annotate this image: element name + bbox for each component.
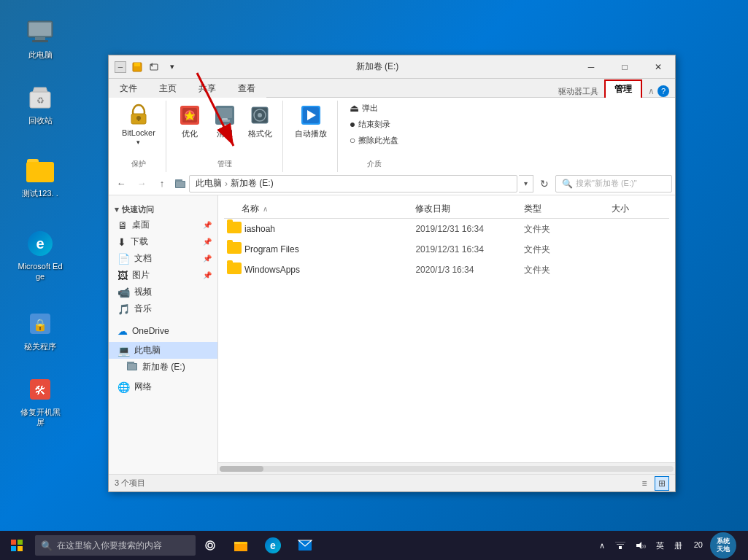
- col-header-name[interactable]: 名称 ∧: [242, 203, 415, 215]
- erase-disc-label: 擦除此光盘: [358, 135, 398, 146]
- erase-disc-btn[interactable]: ○ 擦除此光盘: [345, 133, 403, 147]
- file-date-program-files: 2019/12/31 16:34: [415, 244, 524, 254]
- svg-point-47: [206, 541, 215, 550]
- tab-manage[interactable]: 管理: [604, 79, 642, 98]
- address-dropdown-btn[interactable]: ▾: [519, 175, 533, 192]
- up-btn[interactable]: ↑: [153, 174, 171, 193]
- network-section: 🌐 网络: [109, 378, 217, 395]
- tray-network[interactable]: [611, 531, 630, 560]
- forward-btn[interactable]: →: [132, 174, 151, 193]
- tray-volume[interactable]: )))): [631, 531, 650, 560]
- large-icon-view-btn[interactable]: ⊞: [655, 476, 669, 491]
- desktop-icon-secret-label: 秘关程序: [24, 341, 56, 351]
- svg-rect-43: [11, 540, 16, 545]
- bitlocker-label: BitLocker: [122, 128, 155, 137]
- title-bar-system-btn[interactable]: ─: [115, 61, 126, 73]
- sidebar-item-new-vol[interactable]: 新加卷 (E:): [109, 359, 217, 376]
- task-view-btn[interactable]: [196, 531, 225, 560]
- tab-file[interactable]: 文件: [109, 79, 148, 98]
- minimize-btn[interactable]: ─: [574, 55, 608, 79]
- taskbar-clock[interactable]: 20: [688, 540, 709, 551]
- network-icon-sidebar: 🌐: [117, 381, 130, 393]
- autoplay-btn[interactable]: 自动播放: [290, 101, 331, 142]
- clean-btn[interactable]: 清理: [209, 101, 241, 142]
- pinned-mail[interactable]: [289, 531, 321, 560]
- path-drive-icon: [173, 175, 188, 192]
- sidebar-item-desktop[interactable]: 🖥 桌面 📌: [109, 217, 217, 233]
- file-item-iashoah[interactable]: iashoah 2019/12/31 16:34 文件夹: [224, 219, 669, 239]
- edge-taskbar-icon: e: [265, 537, 281, 553]
- desktop-icon-folder[interactable]: 测试123. .: [15, 153, 66, 201]
- tab-home[interactable]: 主页: [148, 79, 188, 98]
- details-view-btn[interactable]: ≡: [637, 476, 652, 491]
- maximize-btn[interactable]: □: [608, 55, 641, 79]
- sidebar-item-docs[interactable]: 📄 文档 📌: [109, 250, 217, 267]
- clock-time: 20: [694, 540, 703, 549]
- edge-desktop-icon: e: [26, 229, 55, 258]
- sidebar-item-downloads[interactable]: ⬇ 下载 📌: [109, 233, 217, 250]
- systray-logo-text: 系统天地: [717, 537, 730, 553]
- refresh-btn[interactable]: ↻: [535, 174, 554, 193]
- col-header-type[interactable]: 类型: [524, 203, 611, 215]
- desktop-icon-recycle[interactable]: ♻ 回收站: [15, 80, 66, 128]
- close-btn[interactable]: ✕: [641, 55, 675, 79]
- file-item-program-files[interactable]: Program Files 2019/12/31 16:34 文件夹: [224, 239, 669, 260]
- col-header-size[interactable]: 大小: [612, 203, 669, 215]
- title-bar-left: ─: [115, 61, 126, 73]
- sidebar-item-onedrive[interactable]: ☁ OneDrive: [109, 323, 217, 339]
- qat-dropdown-btn[interactable]: ▾: [164, 59, 180, 75]
- bitlocker-btn[interactable]: BitLocker ▾: [117, 101, 160, 149]
- tab-share[interactable]: 共享: [188, 79, 227, 98]
- folder-icon-program-files: [227, 242, 242, 257]
- svg-marker-57: [636, 542, 641, 549]
- sidebar-item-videos[interactable]: 📹 视频: [109, 284, 217, 300]
- search-box[interactable]: 🔍 搜索"新加卷 (E:)": [555, 175, 672, 192]
- quick-access-collapse-icon: ▾: [115, 205, 119, 214]
- desktop-icon-this-pc[interactable]: 此电脑: [15, 15, 66, 63]
- horizontal-scrollbar[interactable]: [218, 462, 675, 474]
- file-item-windowsapps[interactable]: WindowsApps 2020/1/3 16:34 文件夹: [224, 260, 669, 280]
- sort-arrow-name: ∧: [263, 205, 268, 213]
- drive-icon-sidebar: [126, 361, 138, 373]
- eject-btn[interactable]: ⏏ 弹出: [345, 101, 403, 115]
- optimize-btn[interactable]: 优化: [174, 101, 206, 142]
- desktop-icon-edge[interactable]: e Microsoft Edge: [15, 226, 66, 285]
- tray-chevron[interactable]: ∧: [595, 531, 609, 560]
- svg-rect-45: [11, 546, 16, 551]
- tray-lang[interactable]: 英: [652, 531, 668, 560]
- pinned-edge[interactable]: e: [257, 531, 289, 560]
- desktop-icon-secret[interactable]: 🔒 秘关程序: [15, 306, 66, 354]
- back-btn[interactable]: ←: [112, 174, 131, 193]
- svg-rect-1: [29, 23, 51, 36]
- desktop-icon-fix[interactable]: 🛠 修复开机黑屏: [15, 372, 66, 431]
- scroll-track[interactable]: [220, 466, 674, 472]
- start-button[interactable]: [0, 531, 34, 560]
- file-type-program-files: 文件夹: [524, 244, 611, 256]
- ribbon-collapse-btn[interactable]: ∧: [648, 86, 655, 96]
- pinned-file-explorer[interactable]: [225, 531, 257, 560]
- qat-undo-btn[interactable]: [147, 59, 163, 75]
- scroll-thumb[interactable]: [220, 466, 263, 472]
- sidebar-item-network[interactable]: 🌐 网络: [109, 378, 217, 395]
- pin-icon-docs: 📌: [203, 254, 212, 262]
- help-btn[interactable]: ?: [658, 85, 669, 97]
- taskbar-search-placeholder: 在这里输入你要搜索的内容: [57, 540, 162, 552]
- svg-rect-37: [175, 179, 182, 182]
- taskbar-search[interactable]: 🔍 在这里输入你要搜索的内容: [35, 535, 196, 556]
- format-btn[interactable]: 格式化: [244, 101, 277, 142]
- sidebar-item-this-pc[interactable]: 💻 此电脑: [109, 342, 217, 359]
- tab-view[interactable]: 查看: [227, 79, 266, 98]
- sidebar-item-music[interactable]: 🎵 音乐: [109, 300, 217, 317]
- show-desktop-btn[interactable]: [741, 531, 745, 560]
- col-header-date[interactable]: 修改日期: [415, 203, 524, 215]
- qat-save-btn[interactable]: [129, 59, 145, 75]
- address-path-display[interactable]: 此电脑 › 新加卷 (E:): [189, 175, 517, 192]
- sidebar-item-pics[interactable]: 🖼 图片 📌: [109, 267, 217, 284]
- path-separator: ›: [225, 179, 228, 189]
- systray-logo[interactable]: 系统天地: [710, 532, 736, 559]
- svg-text:🔒: 🔒: [33, 318, 47, 332]
- svg-text:🛠: 🛠: [34, 384, 46, 397]
- tray-input-mode[interactable]: 册: [670, 531, 687, 560]
- volume-tray-icon: )))): [636, 541, 646, 550]
- end-session-btn[interactable]: ● 结束刻录: [345, 117, 403, 131]
